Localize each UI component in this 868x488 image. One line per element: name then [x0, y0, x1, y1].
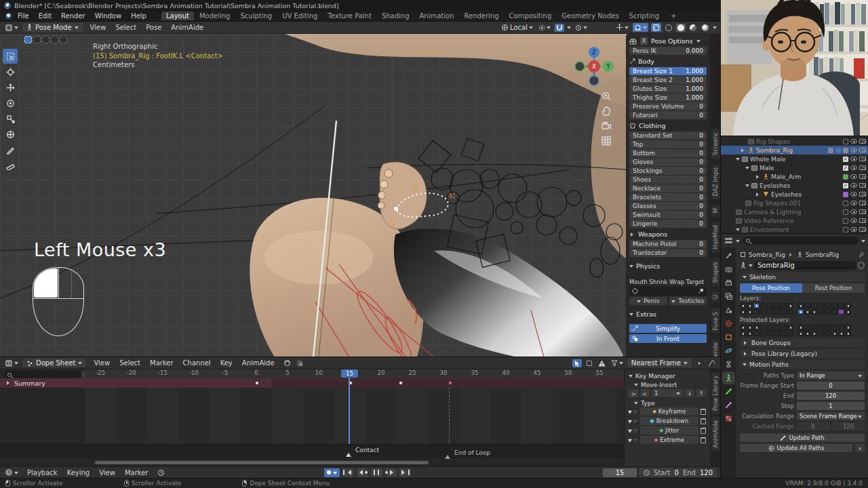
ease-curve-icon[interactable] [707, 359, 717, 367]
breadcrumb-data[interactable]: SombraRig [806, 251, 839, 258]
shading-solid-button[interactable] [676, 24, 686, 32]
filter-funnel-dropdown[interactable] [610, 359, 625, 367]
tab-view-layer[interactable] [724, 292, 733, 301]
dope-sheet-menu-item[interactable]: Select [115, 359, 145, 367]
pan-hand-icon[interactable] [601, 106, 612, 117]
pose-library-panel-header[interactable]: Pose Library (Legacy) [740, 349, 865, 358]
deselect-keys-icon[interactable]: ▷ [633, 436, 639, 443]
hide-eye-icon[interactable] [850, 174, 857, 179]
section-title[interactable]: Extras [636, 310, 656, 318]
hide-eye-icon[interactable] [850, 148, 857, 152]
viewport-menu-item[interactable]: View [85, 23, 111, 32]
current-frame-field[interactable]: 15 [603, 468, 637, 477]
step-field[interactable]: 1 [797, 402, 865, 410]
navigation-gizmo[interactable]: Z Y X [572, 45, 616, 88]
property-slider[interactable]: Standard Set0 [629, 131, 707, 140]
menu-item[interactable]: Window [90, 12, 126, 20]
jump-to-end-button[interactable] [399, 468, 411, 477]
dope-sheet-menu-item[interactable]: Channel [178, 359, 216, 367]
expand-icon[interactable] [756, 192, 761, 197]
playhead-frame-badge[interactable]: 15 [341, 369, 358, 378]
editor-type-button[interactable] [3, 359, 20, 368]
tab-scene[interactable] [724, 306, 733, 314]
tab-world[interactable] [724, 319, 733, 328]
menu-item[interactable]: Render [56, 12, 90, 20]
section-title[interactable]: Physics [636, 262, 660, 270]
section-title[interactable]: Weapons [638, 230, 667, 238]
tab-physics[interactable] [724, 346, 733, 355]
sidebar-tab[interactable]: Fuse S [711, 308, 719, 334]
jump-right-button[interactable]: ▸| [640, 389, 650, 397]
keyframe-dot-frame-0[interactable] [255, 381, 259, 385]
workspace-tab[interactable]: Animation [415, 12, 459, 20]
dope-sheet-menu-item[interactable]: Marker [145, 359, 178, 367]
collapse-icon[interactable] [736, 158, 740, 163]
tab-material[interactable] [724, 414, 733, 423]
side-panel-tab[interactable]: Pose Library [711, 372, 719, 414]
outliner-row[interactable]: Camera & Lighting [721, 207, 868, 216]
property-slider[interactable]: Top0 [629, 140, 707, 148]
editor-type-button[interactable] [3, 23, 20, 33]
tab-render[interactable] [724, 265, 733, 274]
property-slider[interactable]: Glutes Size1.000 [629, 85, 707, 93]
dope-sheet-menu-item[interactable]: AnimAide [237, 359, 279, 367]
select-box-tool[interactable] [3, 49, 18, 64]
delete-keys-icon[interactable] [701, 418, 706, 424]
marker-strip[interactable]: Contact End of Loop [0, 444, 624, 458]
zoom-icon[interactable] [601, 91, 612, 102]
exclude-checkbox[interactable] [843, 201, 848, 206]
measure-tool[interactable] [3, 158, 18, 173]
pause-button[interactable] [371, 468, 382, 477]
tab-output[interactable] [724, 279, 733, 287]
jump-left-button[interactable]: |◂ [629, 389, 638, 397]
keyframe-type-button[interactable]: ◆Extreme [640, 436, 698, 444]
menu-item[interactable]: File [13, 12, 34, 20]
rotate-tool[interactable] [3, 96, 18, 110]
summary-channel-row[interactable]: Summary [0, 378, 624, 388]
property-slider[interactable]: Glasses0 [629, 202, 707, 210]
hide-eye-icon[interactable] [850, 183, 857, 188]
outliner-row[interactable]: Video Reference [721, 216, 868, 225]
property-slider[interactable]: Bottom0 [629, 149, 707, 157]
options-dropdown[interactable] [861, 240, 865, 245]
playback-menu-item[interactable]: Marker [120, 468, 153, 477]
delete-keys-icon[interactable] [701, 409, 706, 415]
xray-toggle[interactable] [651, 23, 661, 32]
hide-eye-icon[interactable] [850, 227, 857, 232]
hide-eye-icon[interactable] [850, 218, 857, 223]
select-keys-icon[interactable]: ▶ [627, 418, 633, 424]
exclude-checkbox[interactable]: ✓ [843, 157, 848, 162]
armature-name-field[interactable]: SombraRig [755, 261, 856, 270]
subpanel-title[interactable]: Move-Insert [641, 382, 677, 388]
panel-close-button[interactable]: X [640, 37, 648, 45]
tab-bone-constraints[interactable] [724, 401, 733, 409]
select-mode-set[interactable] [24, 36, 32, 43]
outliner-row[interactable]: Eyelashes ✓ [721, 181, 868, 190]
disable-render-icon[interactable] [859, 209, 866, 214]
property-slider[interactable]: Penis IK0.000 [629, 47, 707, 55]
shading-rendered-button[interactable] [701, 24, 710, 32]
keyframe-type-button[interactable]: ◆Jitter [640, 426, 698, 434]
disable-render-icon[interactable] [859, 183, 866, 188]
select-keys-icon[interactable]: ▶ [627, 427, 633, 434]
disable-render-icon[interactable] [859, 174, 866, 179]
eyedropper-icon[interactable] [698, 288, 704, 294]
exclude-checkbox[interactable] [843, 209, 848, 215]
playback-menu-item[interactable]: View [94, 468, 120, 477]
property-slider[interactable]: Breast Size 21.000 [629, 76, 707, 84]
dope-sheet-mode-selector[interactable]: Dope Sheet [22, 359, 86, 367]
sidebar-tab[interactable]: U [711, 291, 719, 302]
keyframe-type-button[interactable]: ●Breakdown [640, 417, 698, 425]
subpanel-title[interactable]: Type [641, 400, 655, 407]
expand-icon[interactable] [741, 148, 746, 152]
property-slider[interactable]: Necklace0 [629, 184, 707, 192]
skeleton-panel-header[interactable]: Skeleton [740, 272, 865, 281]
exclude-checkbox[interactable] [843, 227, 848, 232]
delete-keys-icon[interactable] [701, 428, 706, 434]
select-mode-intersect[interactable] [60, 36, 67, 43]
next-keyframe-button[interactable] [385, 468, 397, 477]
workspace-tab[interactable]: Geometry Nodes [557, 12, 623, 20]
property-slider[interactable]: Stockings0 [629, 167, 707, 175]
only-selected-filter-icon[interactable] [572, 359, 582, 367]
select-mode-invert[interactable] [51, 36, 58, 43]
